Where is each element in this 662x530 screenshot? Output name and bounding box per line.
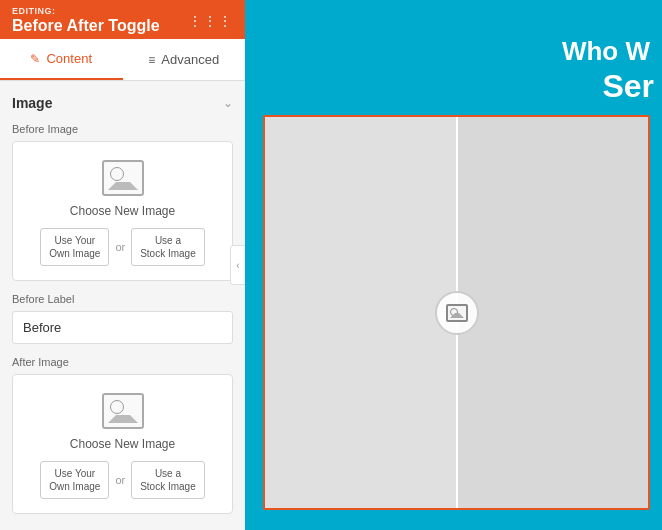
after-image-placeholder-icon bbox=[102, 393, 144, 429]
tab-advanced-label: Advanced bbox=[161, 52, 219, 67]
before-image-uploader: Choose New Image Use YourOwn Image or Us… bbox=[12, 141, 233, 281]
after-image-buttons-row: Use YourOwn Image or Use aStock Image bbox=[25, 461, 220, 499]
collapse-handle[interactable]: ‹ bbox=[230, 245, 245, 285]
after-choose-image-text: Choose New Image bbox=[70, 437, 175, 451]
tab-advanced[interactable]: ≡ Advanced bbox=[123, 39, 246, 80]
left-panel: EDITING: Before After Toggle ⋮⋮⋮ ✎ Conte… bbox=[0, 0, 245, 530]
after-image-label: After Image bbox=[12, 356, 233, 368]
after-use-stock-image-button[interactable]: Use aStock Image bbox=[131, 461, 205, 499]
before-use-stock-image-button[interactable]: Use aStock Image bbox=[131, 228, 205, 266]
editing-info: EDITING: Before After Toggle bbox=[12, 6, 160, 35]
editing-label: EDITING: bbox=[12, 6, 160, 16]
before-or-text: or bbox=[115, 241, 125, 253]
widget-center-icon[interactable] bbox=[435, 291, 479, 335]
dots-icon[interactable]: ⋮⋮⋮ bbox=[188, 13, 233, 29]
right-area: Who W Ser bbox=[245, 0, 662, 530]
after-or-text: or bbox=[115, 474, 125, 486]
after-image-uploader: Choose New Image Use YourOwn Image or Us… bbox=[12, 374, 233, 514]
before-image-buttons-row: Use YourOwn Image or Use aStock Image bbox=[25, 228, 220, 266]
image-section-header: Image ⌄ bbox=[12, 95, 233, 111]
after-use-own-image-button[interactable]: Use YourOwn Image bbox=[40, 461, 109, 499]
before-image-label: Before Image bbox=[12, 123, 233, 135]
editing-bar: EDITING: Before After Toggle ⋮⋮⋮ bbox=[0, 0, 245, 39]
before-use-own-image-button[interactable]: Use YourOwn Image bbox=[40, 228, 109, 266]
advanced-tab-icon: ≡ bbox=[148, 53, 155, 67]
after-half bbox=[457, 117, 649, 508]
canvas-area bbox=[263, 115, 650, 510]
before-label-title: Before Label bbox=[12, 293, 233, 305]
right-top-text: Who W bbox=[562, 36, 662, 67]
tab-content-label: Content bbox=[46, 51, 92, 66]
chevron-down-icon[interactable]: ⌄ bbox=[223, 96, 233, 110]
image-section-title: Image bbox=[12, 95, 52, 111]
before-choose-image-text: Choose New Image bbox=[70, 204, 175, 218]
before-after-widget bbox=[265, 117, 648, 508]
right-sub-text: Ser bbox=[602, 68, 662, 105]
before-half bbox=[265, 117, 457, 508]
widget-title: Before After Toggle bbox=[12, 16, 160, 35]
center-icon-inner bbox=[446, 304, 468, 322]
before-label-input[interactable] bbox=[12, 311, 233, 344]
before-image-placeholder-icon bbox=[102, 160, 144, 196]
panel-content: Image ⌄ Before Image Choose New Image Us… bbox=[0, 81, 245, 530]
tabs-row: ✎ Content ≡ Advanced bbox=[0, 39, 245, 81]
content-tab-icon: ✎ bbox=[30, 52, 40, 66]
tab-content[interactable]: ✎ Content bbox=[0, 39, 123, 80]
